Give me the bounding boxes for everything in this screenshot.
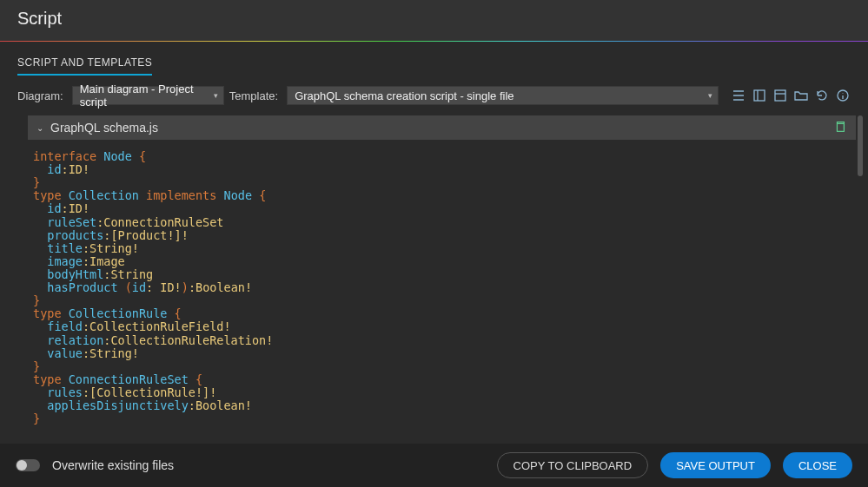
overwrite-label: Overwrite existing files [52,458,485,472]
folder-icon[interactable] [793,88,809,103]
svg-rect-3 [837,123,844,131]
overwrite-toggle[interactable] [16,459,40,471]
code-area: ⌄ GraphQL schema.js interface Node { id:… [0,115,868,444]
tab-script-templates[interactable]: SCRIPT AND TEMPLATES [17,56,152,76]
file-header[interactable]: ⌄ GraphQL schema.js [28,115,856,140]
code-block[interactable]: interface Node { id:ID! } type Collectio… [28,140,856,436]
svg-rect-0 [754,90,765,101]
window-title: Script [0,0,868,41]
diagram-label: Diagram: [17,89,63,102]
save-output-button[interactable]: SAVE OUTPUT [660,452,771,478]
subnav: SCRIPT AND TEMPLATES [0,42,868,76]
copy-clipboard-button[interactable]: COPY TO CLIPBOARD [497,452,649,478]
template-dropdown[interactable]: GraphQL schema creation script - single … [287,86,719,105]
diagram-dropdown[interactable]: Main diagram - Project script [72,86,224,105]
panel-icon[interactable] [752,88,767,103]
diagram-dropdown-value: Main diagram - Project script [80,82,208,109]
footer: Overwrite existing files COPY TO CLIPBOA… [0,444,868,487]
copy-file-icon[interactable] [833,120,847,136]
controls-bar: Diagram: Main diagram - Project script T… [0,76,868,115]
toggle-knob [17,460,27,471]
align-icon[interactable] [731,88,746,103]
chevron-down-icon: ⌄ [36,123,43,133]
scrollbar[interactable] [858,115,863,176]
template-dropdown-value: GraphQL schema creation script - single … [295,89,514,102]
file-name: GraphQL schema.js [50,121,826,135]
layout-icon[interactable] [772,88,788,103]
close-button[interactable]: CLOSE [783,452,852,478]
info-icon[interactable] [835,88,851,103]
refresh-icon[interactable] [814,88,830,103]
template-label: Template: [229,89,278,102]
toolbar-icons [731,88,851,103]
svg-rect-1 [775,90,785,101]
